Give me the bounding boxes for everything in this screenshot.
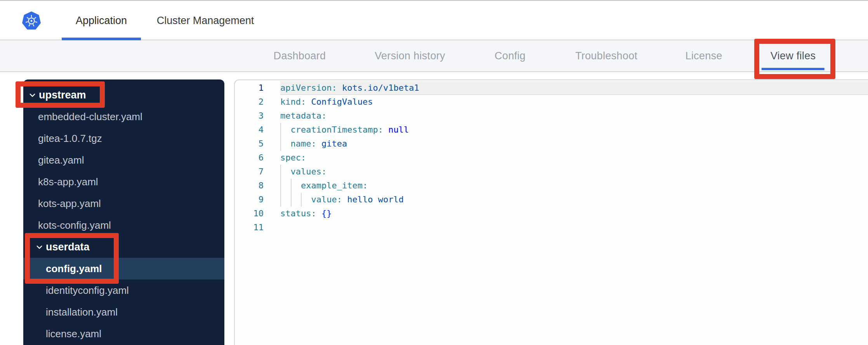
file-label: gitea.yaml <box>38 154 84 166</box>
line-number: 10 <box>235 207 264 221</box>
tree-file-identityconfig.yaml[interactable]: identityconfig.yaml <box>23 279 224 301</box>
code-text: value: hello world <box>280 193 404 207</box>
code-line-8[interactable]: 8 example_item: <box>235 179 868 193</box>
file-label: license.yaml <box>46 328 101 340</box>
line-number: 8 <box>235 179 264 193</box>
tree-file-gitea.yaml[interactable]: gitea.yaml <box>23 149 224 171</box>
code-text: example_item: <box>280 179 368 193</box>
tree-folder-userdata[interactable]: userdata <box>23 236 224 258</box>
tree-file-k8s-app.yaml[interactable]: k8s-app.yaml <box>23 171 224 193</box>
tree-file-embedded-cluster.yaml[interactable]: embedded-cluster.yaml <box>23 106 224 128</box>
file-label: installation.yaml <box>46 306 118 318</box>
tree-file-kots-config.yaml[interactable]: kots-config.yaml <box>23 214 224 236</box>
file-label: config.yaml <box>46 263 102 275</box>
code-text: values: <box>280 165 326 179</box>
app-header: ApplicationCluster Management <box>0 0 868 40</box>
line-number: 7 <box>235 165 264 179</box>
subnav-tab-label: Troubleshoot <box>575 50 637 62</box>
subnav-tab-dashboard[interactable]: Dashboard <box>274 40 326 71</box>
active-tab-underline <box>762 68 825 70</box>
subnav-tab-label: Version history <box>375 50 445 62</box>
header-tab-application[interactable]: Application <box>62 1 141 40</box>
line-number: 11 <box>235 221 264 235</box>
code-line-1[interactable]: 1apiVersion: kots.io/v1beta1 <box>235 81 868 95</box>
tree-file-installation.yaml[interactable]: installation.yaml <box>23 301 224 323</box>
folder-label: upstream <box>39 89 86 101</box>
subnav-tab-license[interactable]: License <box>685 40 722 71</box>
tree-file-config.yaml[interactable]: config.yaml <box>23 258 224 279</box>
kubernetes-logo-icon <box>22 11 41 31</box>
code-line-2[interactable]: 2kind: ConfigValues <box>235 95 868 109</box>
code-text: apiVersion: kots.io/v1beta1 <box>280 81 419 95</box>
code-line-11[interactable]: 11 <box>235 221 868 235</box>
code-line-4[interactable]: 4 creationTimestamp: null <box>235 123 868 137</box>
app-subnav: DashboardVersion historyConfigTroublesho… <box>0 40 868 72</box>
tree-file-license.yaml[interactable]: license.yaml <box>23 323 224 345</box>
line-number: 2 <box>235 95 264 109</box>
file-label: k8s-app.yaml <box>38 176 98 188</box>
subnav-tab-troubleshoot[interactable]: Troubleshoot <box>575 40 637 71</box>
header-tab-label: Application <box>76 15 127 27</box>
code-line-3[interactable]: 3metadata: <box>235 109 868 123</box>
line-number: 6 <box>235 151 264 165</box>
header-tab-label: Cluster Management <box>157 15 254 27</box>
line-number: 4 <box>235 123 264 137</box>
subnav-tab-view-files[interactable]: View files <box>771 40 816 71</box>
file-label: gitea-1.0.7.tgz <box>38 133 102 145</box>
code-line-9[interactable]: 9 value: hello world <box>235 193 868 207</box>
line-number: 9 <box>235 193 264 207</box>
subnav-tab-label: License <box>685 50 722 62</box>
subnav-tab-version-history[interactable]: Version history <box>375 40 445 71</box>
chevron-down-icon[interactable] <box>35 243 43 251</box>
line-number: 3 <box>235 109 264 123</box>
code-line-10[interactable]: 10status: {} <box>235 207 868 221</box>
line-number: 5 <box>235 137 264 151</box>
active-tab-underline <box>62 38 141 40</box>
file-label: kots-config.yaml <box>38 219 111 231</box>
file-label: embedded-cluster.yaml <box>38 111 142 123</box>
code-line-5[interactable]: 5 name: gitea <box>235 137 868 151</box>
tree-file-kots-app.yaml[interactable]: kots-app.yaml <box>23 193 224 214</box>
chevron-down-icon[interactable] <box>28 91 36 99</box>
code-text: name: gitea <box>280 137 347 151</box>
file-label: kots-app.yaml <box>38 198 101 210</box>
yaml-editor[interactable]: 1apiVersion: kots.io/v1beta12kind: Confi… <box>234 79 868 345</box>
code-text: spec: <box>280 151 306 165</box>
code-line-6[interactable]: 6spec: <box>235 151 868 165</box>
code-text: status: {} <box>280 207 332 221</box>
subnav-tab-label: View files <box>771 50 816 62</box>
header-tab-cluster-management[interactable]: Cluster Management <box>147 1 264 40</box>
code-line-7[interactable]: 7 values: <box>235 165 868 179</box>
code-text: metadata: <box>280 109 326 123</box>
tree-file-gitea-1.0.7.tgz[interactable]: gitea-1.0.7.tgz <box>23 128 224 149</box>
file-label: identityconfig.yaml <box>46 285 129 297</box>
file-tree-sidebar: upstreamembedded-cluster.yamlgitea-1.0.7… <box>23 79 224 345</box>
subnav-tab-label: Dashboard <box>274 50 326 62</box>
subnav-tab-label: Config <box>495 50 526 62</box>
folder-label: userdata <box>46 241 90 253</box>
subnav-tab-config[interactable]: Config <box>495 40 526 71</box>
code-text: kind: ConfigValues <box>280 95 373 109</box>
line-number: 1 <box>235 81 264 95</box>
kots-admin-console: ApplicationCluster Management DashboardV… <box>0 0 868 345</box>
tree-folder-upstream[interactable]: upstream <box>23 84 224 106</box>
code-text: creationTimestamp: null <box>280 123 409 137</box>
